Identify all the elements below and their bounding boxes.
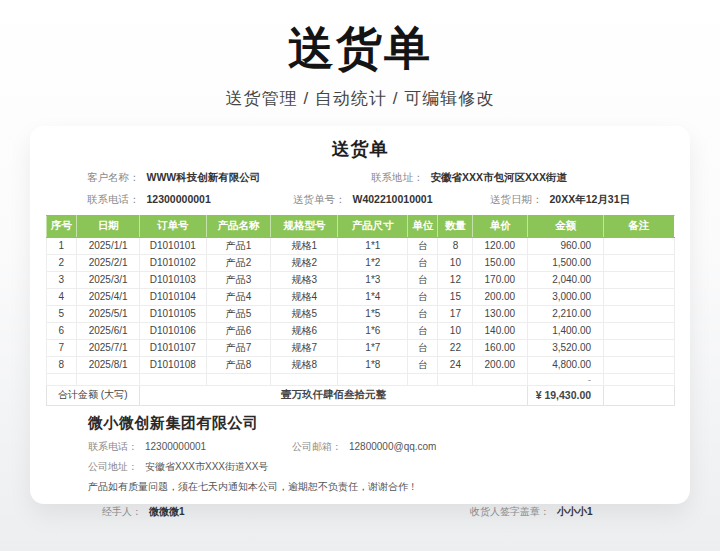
table-cell — [408, 373, 438, 385]
table-cell — [604, 356, 674, 373]
delivery-date-field: 送货日期：20XX年12月31日 — [490, 193, 630, 207]
table-cell: 2025/5/1 — [77, 305, 140, 322]
table-cell: 120.00 — [473, 237, 528, 254]
table-cell: 130.00 — [473, 305, 528, 322]
table-cell: 3 — [46, 271, 77, 288]
table-row: 82025/8/1D1010108产品8规格81*8台24200.004,800… — [46, 356, 674, 373]
table-cell: 规格3 — [271, 271, 338, 288]
total-amount-label: 合计金额 (大写) — [46, 385, 140, 405]
empty-table-row: - — [46, 373, 674, 385]
table-cell: 1,400.00 — [528, 322, 604, 339]
table-cell: 1*6 — [338, 322, 408, 339]
table-cell: 台 — [408, 237, 438, 254]
table-cell: 1,500.00 — [528, 254, 604, 271]
table-cell: 3,520.00 — [528, 339, 604, 356]
table-cell: 产品5 — [206, 305, 271, 322]
table-cell: 规格4 — [271, 288, 338, 305]
table-cell — [473, 373, 528, 385]
table-cell: D1010104 — [140, 288, 207, 305]
table-cell: 10 — [438, 254, 473, 271]
delivery-items-table: 序号日期订单号产品名称规格型号产品尺寸单位数量单价金额备注 12025/1/1D… — [46, 215, 675, 406]
company-email-value: 12800000@qq.com — [349, 441, 436, 452]
company-address-value: 安徽省XXX市XXX街道XX号 — [145, 461, 268, 472]
total-amount-value: ¥ 19,430.00 — [528, 385, 604, 405]
table-row: 52025/5/1D1010105产品5规格51*5台17130.002,210… — [46, 305, 674, 322]
table-cell: 1*3 — [338, 271, 408, 288]
column-header-7: 单位 — [408, 215, 438, 237]
handler-field: 经手人：微微微1 — [102, 505, 185, 519]
table-cell — [604, 322, 674, 339]
customer-name-field: 客户名称：WWW科技创新有限公司 — [87, 171, 260, 185]
company-address-field: 公司地址：安徽省XXX市XXX街道XX号 — [88, 460, 268, 474]
delivery-date-label: 送货日期： — [490, 193, 543, 205]
column-header-8: 数量 — [438, 215, 473, 237]
table-cell: 台 — [408, 288, 438, 305]
table-row: 72025/7/1D1010107产品7规格71*7台22160.003,520… — [46, 339, 674, 356]
company-address-label: 公司地址： — [88, 461, 138, 472]
table-cell: 台 — [408, 305, 438, 322]
table-cell: 7 — [46, 339, 77, 356]
table-cell: 规格8 — [271, 356, 338, 373]
receiver-signature-label: 收货人签字盖章： — [470, 506, 550, 517]
table-cell: D1010102 — [140, 254, 207, 271]
table-cell: 10 — [438, 322, 473, 339]
table-cell: 2025/1/1 — [77, 237, 140, 254]
delivery-date-value: 20XX年12月31日 — [550, 193, 631, 205]
table-cell: 170.00 — [473, 271, 528, 288]
table-cell: 6 — [46, 322, 77, 339]
total-remark-cell — [604, 385, 674, 405]
table-cell: 规格5 — [271, 305, 338, 322]
page-title: 送货单 — [0, 22, 720, 75]
info-row-1: 客户名称：WWW科技创新有限公司 联系地址：安徽省XXX市包河区XXX街道 — [30, 168, 690, 190]
contact-phone-label: 联系电话： — [87, 193, 140, 205]
table-cell: 15 — [438, 288, 473, 305]
table-cell — [604, 339, 674, 356]
table-cell: D1010103 — [140, 271, 207, 288]
handler-label: 经手人： — [102, 506, 142, 517]
table-cell: D1010105 — [140, 305, 207, 322]
receiver-signature-field: 收货人签字盖章：小小小1 — [470, 505, 593, 519]
table-cell: 台 — [408, 322, 438, 339]
table-cell — [338, 373, 408, 385]
table-cell: 8 — [438, 237, 473, 254]
table-cell — [77, 373, 140, 385]
company-email-label: 公司邮箱： — [292, 441, 342, 452]
column-header-6: 产品尺寸 — [338, 215, 408, 237]
info-row-2: 联系电话：12300000001 送货单号：W402210010001 送货日期… — [30, 190, 690, 212]
delivery-number-value: W402210010001 — [353, 193, 433, 205]
table-cell: D1010106 — [140, 322, 207, 339]
table-cell: 台 — [408, 356, 438, 373]
column-header-3: 订单号 — [140, 215, 207, 237]
table-cell: 2025/2/1 — [77, 254, 140, 271]
table-cell: 规格7 — [271, 339, 338, 356]
company-phone-value: 12300000001 — [145, 441, 206, 452]
table-cell: 1*8 — [338, 356, 408, 373]
table-row: 62025/6/1D1010106产品6规格61*6台10140.001,400… — [46, 322, 674, 339]
footer-contact-line: 联系电话：12300000001 公司邮箱：12800000@qq.com — [88, 440, 632, 453]
column-header-5: 规格型号 — [271, 215, 338, 237]
company-phone-field: 联系电话：12300000001 — [88, 440, 206, 454]
table-cell: 台 — [408, 254, 438, 271]
table-cell: 产品3 — [206, 271, 271, 288]
table-cell — [604, 305, 674, 322]
table-cell: 3,000.00 — [528, 288, 604, 305]
table-cell: 2,040.00 — [528, 271, 604, 288]
table-cell: 台 — [408, 339, 438, 356]
page-subtitle: 送货管理 / 自动统计 / 可编辑修改 — [0, 87, 720, 110]
table-cell — [46, 373, 77, 385]
table-cell: 4,800.00 — [528, 356, 604, 373]
table-cell: 960.00 — [528, 237, 604, 254]
hero-section: 送货单 送货管理 / 自动统计 / 可编辑修改 — [0, 22, 720, 110]
customer-name-label: 客户名称： — [87, 171, 140, 183]
table-cell: 5 — [46, 305, 77, 322]
table-cell: 2025/4/1 — [77, 288, 140, 305]
table-cell: 140.00 — [473, 322, 528, 339]
quality-notice: 产品如有质量问题，须在七天内通知本公司，逾期恕不负责任，谢谢合作！ — [88, 480, 632, 494]
table-cell: D1010108 — [140, 356, 207, 373]
table-cell: 规格6 — [271, 322, 338, 339]
column-header-10: 金额 — [528, 215, 604, 237]
table-cell: 8 — [46, 356, 77, 373]
table-cell: 24 — [438, 356, 473, 373]
table-cell: 1*5 — [338, 305, 408, 322]
handler-value: 微微微1 — [149, 506, 185, 517]
